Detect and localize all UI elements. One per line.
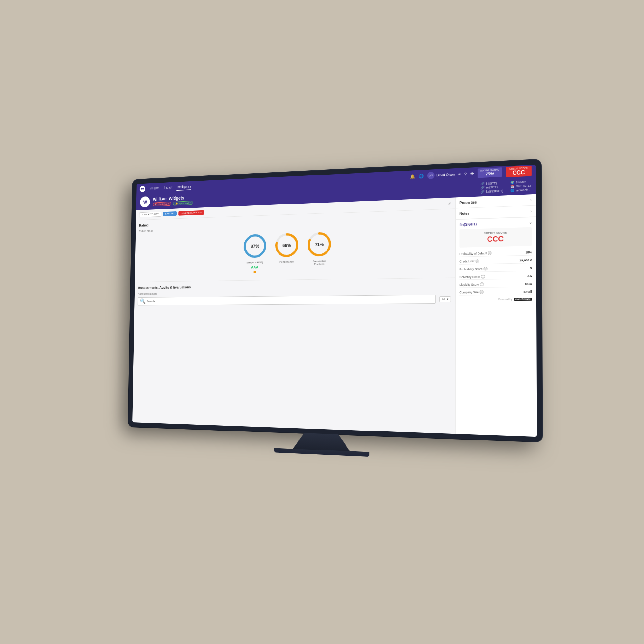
score-label-2: Profitability Score ⓘ xyxy=(459,267,487,271)
search-icon: 🔍 xyxy=(140,298,146,304)
score-row-4: Liquidity Score ⓘ CCC xyxy=(459,281,532,288)
properties-chevron: › xyxy=(530,198,532,203)
app-logo[interactable]: W xyxy=(140,186,145,192)
menu-icon[interactable]: ≡ xyxy=(458,172,461,177)
insite-icon: 🔗 xyxy=(481,182,485,185)
score-value-3: AA xyxy=(527,274,532,278)
user-avatar: DO xyxy=(427,172,435,179)
nav-impact[interactable]: Impact xyxy=(164,185,172,191)
monitor-body: W Insights Impact Intelligence 🔔 🌐 DO Da… xyxy=(128,159,542,442)
score-text-1: Credit Limit xyxy=(459,260,474,263)
info-icon-0[interactable]: ⓘ xyxy=(488,251,492,255)
score-label-5: Company Size ⓘ xyxy=(459,290,484,294)
company-country: 🌍 Sweden xyxy=(510,180,531,184)
credit-score-top-value: CCC xyxy=(509,169,528,176)
finsight-title-text: fin(SIGHT) xyxy=(459,223,477,227)
expand-icon[interactable]: ⤢ xyxy=(448,201,451,206)
properties-label: Properties xyxy=(459,200,477,204)
delete-button[interactable]: DELETE SUPPLIER xyxy=(178,210,204,216)
filter-chevron: ▾ xyxy=(447,298,448,301)
score-text-0: Probability of Default xyxy=(459,251,487,255)
score-row-3: Solvency Score ⓘ AA xyxy=(459,273,532,280)
country-icon: 🌍 xyxy=(510,181,514,184)
company-right: 🔗 in(SITE) 🔗 on(SITE) 🔗 kp(INSIGHT) xyxy=(481,180,531,194)
assessments-section: Assessments, Audits & Evaluations Assess… xyxy=(134,278,455,309)
approved-icon: 👍 xyxy=(175,202,178,205)
nav-intelligence[interactable]: Intelligence xyxy=(177,184,191,191)
score-value-1: 39,000 € xyxy=(519,258,532,262)
gauge-percent-2: 68% xyxy=(282,242,291,248)
website-icon: 🌐 xyxy=(510,189,514,192)
credit-score-box: CREDIT SCORE CCC xyxy=(459,227,532,248)
score-text-2: Profitability Score xyxy=(459,267,482,271)
score-row-5: Company Size ⓘ Small xyxy=(459,289,532,296)
gauge-label-3: SustainablePractices xyxy=(313,260,326,266)
country-label: Sweden xyxy=(516,180,526,184)
kpinsight-icon: 🔗 xyxy=(481,190,485,194)
info-icon-1[interactable]: ⓘ xyxy=(476,259,479,263)
company-avatar: W xyxy=(140,196,150,208)
red-flag-badge[interactable]: 🚩 Red flag ▾ xyxy=(153,202,171,207)
user-menu[interactable]: DO David Olson xyxy=(427,171,455,179)
onsite-label: on(SITE) xyxy=(486,185,498,189)
cs-value: CCC xyxy=(463,234,528,244)
company-date: 📅 2023-02-13 xyxy=(510,184,531,188)
nav-insights[interactable]: Insights xyxy=(150,185,159,192)
website-label: microsoft... xyxy=(516,188,530,192)
user-name: David Olson xyxy=(436,173,455,177)
date-label: 2023-02-13 xyxy=(516,184,531,188)
notes-label: Notes xyxy=(459,212,469,215)
gauge-label-2: Performance xyxy=(279,260,294,264)
powered-by-logo: modefinance xyxy=(514,298,532,301)
filter-value: All xyxy=(442,298,445,301)
company-link-onsite[interactable]: 🔗 on(SITE) xyxy=(481,185,503,189)
info-icon-3[interactable]: ⓘ xyxy=(481,275,485,279)
company-link-insite[interactable]: 🔗 in(SITE) xyxy=(481,181,503,185)
approved-badge[interactable]: 👍 Approved ▾ xyxy=(173,201,193,206)
gauge-dot-1 xyxy=(253,271,256,273)
insite-label: in(SITE) xyxy=(486,182,497,185)
info-icon-5[interactable]: ⓘ xyxy=(480,290,484,294)
gauge-circle-2: 68% xyxy=(274,232,300,259)
date-icon: 📅 xyxy=(510,185,514,188)
score-text-5: Company Size xyxy=(459,290,478,294)
score-label-4: Liquidity Score ⓘ xyxy=(459,282,484,286)
score-value-4: CCC xyxy=(525,282,532,286)
gauge-circle-3: 71% xyxy=(306,231,333,258)
company-badges: 🚩 Red flag ▾ 👍 Approved ▾ xyxy=(153,201,193,206)
gauge-center-3: 71% xyxy=(315,242,324,247)
global-rating-value: 75% xyxy=(480,171,499,177)
info-icon-2[interactable]: ⓘ xyxy=(484,267,488,271)
search-box[interactable]: 🔍 xyxy=(138,295,436,305)
search-input[interactable] xyxy=(147,299,169,303)
finsight-collapse[interactable]: ∨ xyxy=(529,221,532,224)
score-label-3: Solvency Score ⓘ xyxy=(459,275,485,279)
red-flag-chevron: ▾ xyxy=(168,203,169,205)
approved-label: Approved xyxy=(179,202,188,205)
company-info: Willi.am Widgets 🚩 Red flag ▾ 👍 Approved… xyxy=(153,195,193,206)
powered-by: Powered by modefinance xyxy=(459,298,532,301)
export-button[interactable]: EXPORT xyxy=(163,211,177,216)
score-text-4: Liquidity Score xyxy=(459,283,479,286)
help-icon[interactable]: ? xyxy=(464,171,467,176)
red-flag-icon: 🚩 xyxy=(155,203,158,206)
globe-icon[interactable]: 🌐 xyxy=(419,173,424,178)
gauges-row: 87% safe(SOURCE) AAA xyxy=(138,227,451,275)
company-details-col: 🌍 Sweden 📅 2023-02-13 🌐 microsoft... xyxy=(510,180,531,192)
gauge-circle-1: 87% xyxy=(242,232,268,260)
company-link-kpinsight[interactable]: 🔗 kp(INSIGHT) xyxy=(481,189,503,194)
company-website[interactable]: 🌐 microsoft... xyxy=(510,188,531,192)
finsight-section: fin(SIGHT) ∨ CREDIT SCORE CCC xyxy=(456,217,536,304)
back-button[interactable]: < BACK TO LIST xyxy=(139,212,161,217)
finsight-header: fin(SIGHT) ∨ xyxy=(459,221,532,226)
score-text-3: Solvency Score xyxy=(459,275,480,279)
monitor-stand xyxy=(293,433,350,451)
plus-icon[interactable]: ✚ xyxy=(470,171,474,176)
info-icon-4[interactable]: ⓘ xyxy=(480,282,484,286)
company-left: W Willi.am Widgets 🚩 Red flag ▾ 👍 App xyxy=(140,194,193,208)
score-rows: Probability of Default ⓘ 18% Credit Limi… xyxy=(459,249,532,295)
score-row-2: Profitability Score ⓘ D xyxy=(459,265,532,272)
gauge-safesource: 87% safe(SOURCE) AAA xyxy=(242,232,268,274)
notification-icon[interactable]: 🔔 xyxy=(410,174,415,179)
filter-select[interactable]: All ▾ xyxy=(439,296,451,302)
